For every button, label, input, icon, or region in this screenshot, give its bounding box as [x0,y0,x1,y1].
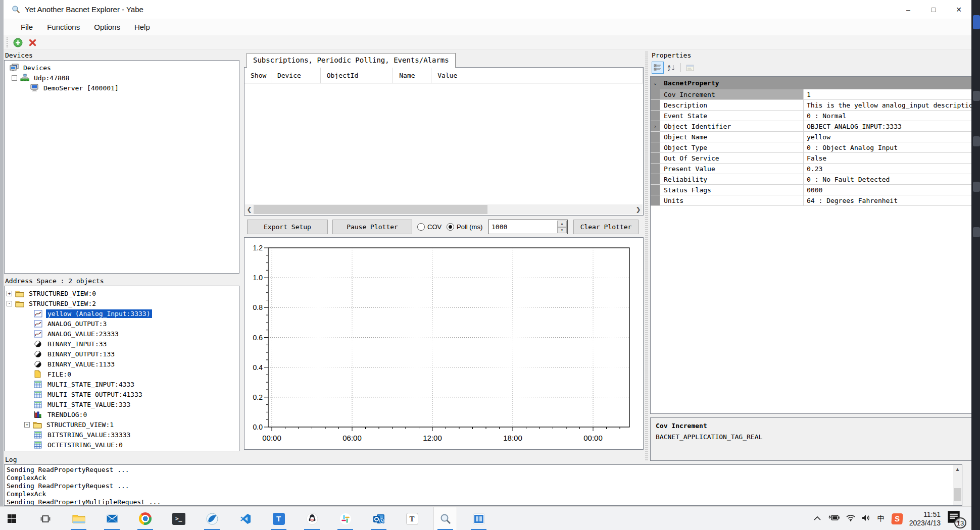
address-tree-item[interactable]: +STRUCTURED_VIEW:0 [5,288,239,298]
taskbar-vscode-icon[interactable] [233,507,257,530]
property-row[interactable]: Event State0 : Normal [651,111,974,121]
tree-item-label[interactable]: MULTI_STATE_INPUT:4333 [46,380,136,389]
tray-chevron-icon[interactable] [814,515,821,522]
poll-radio[interactable]: Poll (ms) [447,220,482,234]
tree-item-label[interactable]: STRUCTURED_VIEW:1 [45,420,115,429]
vertical-splitter[interactable] [645,51,648,461]
property-name[interactable]: Out Of Service [660,153,804,163]
expand-icon[interactable]: + [7,291,12,296]
docked-sidebar[interactable] [971,0,980,530]
poll-spinner[interactable]: ▲ ▼ [557,221,567,233]
taskbar-outlook-icon[interactable] [367,507,390,530]
delete-device-icon[interactable] [26,36,38,48]
property-name[interactable]: Present Value [660,164,804,174]
property-value[interactable]: False [804,153,974,163]
categorized-view-icon[interactable] [652,62,664,74]
address-tree-item[interactable]: BINARY_VALUE:1133 [5,359,239,369]
tree-item-label[interactable]: yellow (Analog_Input:3333) [46,309,152,318]
property-value[interactable]: 0000 [804,185,974,195]
address-tree-item[interactable]: BINARY_INPUT:33 [5,339,239,349]
address-tree-item[interactable]: MULTI_STATE_VALUE:333 [5,399,239,409]
taskbar-start-icon[interactable] [0,507,24,530]
log-scrollbar-thumb[interactable] [954,488,961,501]
property-name[interactable]: Description [660,100,804,110]
taskbar-magnifier-icon[interactable] [433,507,457,530]
tree-item-label[interactable]: STRUCTURED_VIEW:2 [27,299,97,308]
property-name[interactable]: Cov Increment [660,89,804,99]
tree-item-label[interactable]: Udp:47808 [32,74,71,82]
address-tree-item[interactable]: OCTETSTRING_VALUE:0 [5,440,239,450]
ime-indicator[interactable]: 中 [877,514,885,523]
expand-icon[interactable]: + [24,422,30,428]
taskbar-chrome-icon[interactable] [133,507,157,530]
tree-item-label[interactable]: BINARY_INPUT:33 [46,340,108,348]
collapse-icon[interactable]: - [12,75,17,81]
scroll-right-icon[interactable]: ❯ [634,206,643,213]
property-row[interactable]: DescriptionThis is the yellow analog_inp… [651,100,974,111]
property-category-row[interactable]: ⌄ BacnetProperty [651,77,974,89]
poll-radio-circle[interactable] [447,223,454,231]
volume-icon[interactable] [862,514,871,523]
property-row[interactable]: Reliability0 : No Fault Detected [651,174,974,185]
property-name[interactable]: Event State [660,111,804,121]
tree-item-label[interactable]: BINARY_OUTPUT:133 [46,350,116,358]
tree-item-label[interactable]: Devices [22,64,53,72]
devices-tree-item[interactable]: Devices [5,63,239,73]
tree-item-label[interactable]: BITSTRING_VALUE:33333 [46,431,132,439]
property-name[interactable]: Object Type [660,142,804,152]
taskbar-taskview-icon[interactable] [33,507,57,530]
battery-icon[interactable] [827,514,840,523]
property-value[interactable]: 0 : No Fault Detected [804,174,974,184]
export-setup-button[interactable]: Export Setup [247,220,328,234]
minimize-button[interactable]: – [896,0,921,19]
taskbar-wireshark-icon[interactable] [200,507,224,530]
address-tree-item[interactable]: ANALOG_VALUE:23333 [5,329,239,339]
cov-radio[interactable]: COV [417,220,442,234]
dock-app-icon[interactable] [973,136,980,146]
scroll-left-icon[interactable]: ❮ [245,206,254,213]
property-value[interactable]: 0.23 [804,164,974,174]
menu-help[interactable]: Help [127,19,157,35]
address-tree-item[interactable]: FILE:0 [5,369,239,379]
property-row[interactable]: Object Nameyellow [651,132,974,142]
add-device-icon[interactable] [12,36,24,48]
category-collapse-icon[interactable]: ⌄ [651,77,660,89]
column-header-device[interactable]: Device [271,68,321,83]
menu-functions[interactable]: Functions [40,19,87,35]
devices-tree-item[interactable]: DemoServer [400001] [5,83,239,93]
row-expand-icon[interactable]: › [651,121,660,131]
property-value[interactable]: 64 : Degrees Fahrenheit [804,195,974,205]
maximize-button[interactable]: □ [921,0,946,19]
address-tree-item[interactable]: TRENDLOG:0 [5,409,239,419]
collapse-icon[interactable]: - [7,301,12,306]
address-tree-item[interactable]: +STRUCTURED_VIEW:1 [5,419,239,430]
property-row[interactable]: Out Of ServiceFalse [651,153,974,164]
property-value[interactable]: yellow [804,132,974,142]
tab-subscriptions[interactable]: Subscriptions, Periodic Polling, Events/… [247,53,456,68]
property-row[interactable]: Cov Increment1 [651,89,974,100]
taskbar-explorer-icon[interactable] [67,507,90,530]
taskbar-typora-icon[interactable]: T [400,507,424,530]
column-header-value[interactable]: Value [431,68,643,83]
property-row[interactable]: Present Value0.23 [651,164,974,174]
taskbar-bluewin-icon[interactable] [467,507,491,530]
address-tree-item[interactable]: MULTI_STATE_INPUT:4333 [5,379,239,389]
tree-item-label[interactable]: ANALOG_OUTPUT:3 [46,320,108,328]
tree-item-label[interactable]: BINARY_VALUE:1133 [46,360,116,368]
pause-plotter-button[interactable]: Pause Plotter [332,220,412,234]
clear-plotter-button[interactable]: Clear Plotter [573,220,639,234]
taskbar-slack-icon[interactable] [333,507,357,530]
taskbar-mail-icon[interactable] [100,507,124,530]
tree-item-label[interactable]: FILE:0 [46,370,73,379]
poll-interval-input[interactable] [488,220,568,234]
alphabetical-sort-icon[interactable]: AZ [665,62,677,74]
wifi-icon[interactable] [846,514,855,523]
dock-app-icon[interactable] [973,182,980,192]
property-value[interactable]: 0 : Normal [804,111,974,121]
tree-item-label[interactable]: STRUCTURED_VIEW:0 [27,289,97,298]
property-name[interactable]: Object Identifier [660,121,804,131]
property-row[interactable]: Status Flags0000 [651,185,974,195]
tree-item-label[interactable]: OCTETSTRING_VALUE:0 [46,441,124,449]
address-tree-item[interactable]: BITSTRING_VALUE:33333 [5,430,239,440]
property-row[interactable]: Units64 : Degrees Fahrenheit [651,195,974,206]
